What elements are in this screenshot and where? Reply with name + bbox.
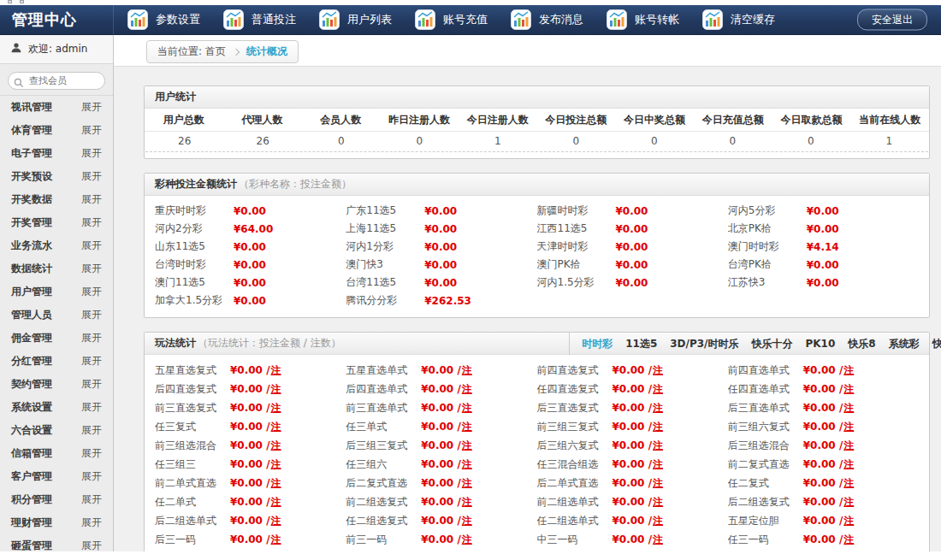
play-tab[interactable]: 快乐8 — [848, 333, 875, 355]
bet-count-link[interactable]: 注 — [462, 476, 472, 491]
bet-count-link[interactable]: 注 — [843, 551, 854, 552]
nav-item[interactable]: 普通投注 — [223, 9, 296, 30]
expand-toggle[interactable]: 展开 — [81, 516, 102, 530]
sidebar-item[interactable]: 六合设置 展开 — [0, 419, 113, 442]
sidebar-item[interactable]: 信箱管理 展开 — [0, 442, 113, 465]
bet-count-link[interactable]: 注 — [653, 514, 663, 528]
sidebar-item[interactable]: 系统设置 展开 — [0, 396, 113, 419]
bet-count-link[interactable]: 注 — [462, 382, 472, 397]
sidebar-item[interactable]: 理财管理 展开 — [0, 511, 113, 534]
sidebar-item[interactable]: 体育管理 展开 — [0, 119, 113, 142]
bet-count-link[interactable]: 注 — [843, 495, 854, 510]
expand-toggle[interactable]: 展开 — [81, 146, 102, 161]
bet-count-link[interactable]: 注 — [843, 420, 854, 434]
expand-toggle[interactable]: 展开 — [81, 446, 102, 461]
bet-count-link[interactable]: 注 — [843, 439, 854, 453]
nav-item[interactable]: 发布消息 — [511, 9, 583, 30]
bet-count-link[interactable]: 注 — [843, 401, 854, 416]
expand-toggle[interactable]: 展开 — [81, 469, 102, 484]
logout-button[interactable]: 安全退出 — [857, 9, 927, 31]
nav-item[interactable]: 参数设置 — [127, 9, 200, 30]
bet-count-link[interactable]: 注 — [462, 533, 472, 547]
bet-count-link[interactable]: 注 — [843, 382, 854, 397]
bet-count-link[interactable]: 注 — [843, 514, 854, 528]
play-tab[interactable]: 11选5 — [625, 333, 657, 355]
expand-toggle[interactable]: 展开 — [81, 123, 102, 138]
bet-count-link[interactable]: 注 — [653, 457, 663, 472]
play-tab[interactable]: 快乐十分 — [751, 333, 792, 355]
sidebar-item[interactable]: 积分管理 展开 — [0, 488, 113, 511]
bet-count-link[interactable]: 注 — [653, 551, 663, 552]
bet-count-link[interactable]: 注 — [462, 363, 472, 378]
expand-toggle[interactable]: 展开 — [81, 262, 102, 276]
member-search-input[interactable] — [8, 72, 105, 90]
expand-toggle[interactable]: 展开 — [81, 423, 102, 438]
bet-count-link[interactable]: 注 — [462, 439, 472, 453]
bet-count-link[interactable]: 注 — [843, 476, 854, 491]
expand-toggle[interactable]: 展开 — [81, 400, 102, 415]
bet-count-link[interactable]: 注 — [653, 439, 663, 453]
bet-count-link[interactable]: 注 — [653, 533, 663, 547]
sidebar-item[interactable]: 电子管理 展开 — [0, 142, 113, 165]
expand-toggle[interactable]: 展开 — [81, 331, 102, 345]
sidebar-item[interactable]: 业务流水 展开 — [0, 234, 113, 257]
nav-item[interactable]: 账号转帐 — [607, 9, 679, 30]
nav-item[interactable]: 账号充值 — [415, 9, 488, 30]
sidebar-item[interactable]: 视讯管理 展开 — [0, 96, 113, 119]
bet-count-link[interactable]: 注 — [271, 533, 281, 547]
expand-toggle[interactable]: 展开 — [81, 539, 102, 553]
expand-toggle[interactable]: 展开 — [81, 285, 102, 299]
play-tab[interactable]: 时时彩 — [582, 333, 613, 355]
expand-toggle[interactable]: 展开 — [81, 215, 102, 230]
breadcrumb-location[interactable]: 当前位置: 首页 — [157, 44, 226, 59]
bet-count-link[interactable]: 注 — [843, 533, 854, 547]
bet-count-link[interactable]: 注 — [462, 495, 472, 510]
bet-count-link[interactable]: 注 — [653, 363, 663, 378]
sidebar-item[interactable]: 契约管理 展开 — [0, 373, 113, 396]
bet-count-link[interactable]: 注 — [462, 551, 472, 552]
bet-count-link[interactable]: 注 — [653, 401, 663, 416]
expand-toggle[interactable]: 展开 — [81, 100, 102, 115]
bet-count-link[interactable]: 注 — [271, 439, 281, 453]
sidebar-item[interactable]: 开奖数据 展开 — [0, 188, 113, 211]
nav-item[interactable]: 清空缓存 — [702, 9, 775, 30]
bet-count-link[interactable]: 注 — [462, 457, 472, 472]
play-tab[interactable]: 3D/P3/时时乐 — [670, 333, 738, 355]
bet-count-link[interactable]: 注 — [271, 363, 281, 378]
sidebar-item[interactable]: 开奖预设 展开 — [0, 165, 113, 188]
bet-count-link[interactable]: 注 — [653, 495, 663, 510]
bet-count-link[interactable]: 注 — [271, 457, 281, 472]
sidebar-item[interactable]: 分红管理 展开 — [0, 350, 113, 373]
bet-count-link[interactable]: 注 — [271, 551, 281, 552]
bet-count-link[interactable]: 注 — [271, 476, 281, 491]
bet-count-link[interactable]: 注 — [843, 457, 854, 472]
bet-count-link[interactable]: 注 — [653, 382, 663, 397]
sidebar-item[interactable]: 客户管理 展开 — [0, 465, 113, 488]
bet-count-link[interactable]: 注 — [653, 476, 663, 491]
bet-count-link[interactable]: 注 — [271, 382, 281, 397]
nav-item[interactable]: 用户列表 — [319, 9, 392, 30]
sidebar-item[interactable]: 数据统计 展开 — [0, 257, 113, 280]
play-tab[interactable]: 快3 — [932, 333, 941, 355]
sidebar-item[interactable]: 开奖管理 展开 — [0, 211, 113, 234]
bet-count-link[interactable]: 注 — [271, 420, 281, 434]
bet-count-link[interactable]: 注 — [271, 495, 281, 510]
bet-count-link[interactable]: 注 — [271, 401, 281, 416]
play-tab[interactable]: 系统彩 — [889, 333, 920, 355]
expand-toggle[interactable]: 展开 — [81, 377, 102, 392]
expand-toggle[interactable]: 展开 — [81, 492, 102, 507]
expand-toggle[interactable]: 展开 — [81, 239, 102, 253]
play-tab[interactable]: PK10 — [805, 333, 835, 355]
expand-toggle[interactable]: 展开 — [81, 354, 102, 368]
expand-toggle[interactable]: 展开 — [81, 308, 102, 322]
sidebar-item[interactable]: 砸蛋管理 展开 — [0, 534, 113, 557]
sidebar-item[interactable]: 管理人员 展开 — [0, 304, 113, 327]
breadcrumb-current[interactable]: 统计概况 — [246, 44, 287, 59]
bet-count-link[interactable]: 注 — [271, 514, 281, 528]
expand-toggle[interactable]: 展开 — [81, 192, 102, 207]
bet-count-link[interactable]: 注 — [843, 363, 854, 378]
bet-count-link[interactable]: 注 — [462, 514, 472, 528]
bet-count-link[interactable]: 注 — [462, 401, 472, 416]
bet-count-link[interactable]: 注 — [653, 420, 663, 434]
sidebar-item[interactable]: 佣金管理 展开 — [0, 327, 113, 350]
